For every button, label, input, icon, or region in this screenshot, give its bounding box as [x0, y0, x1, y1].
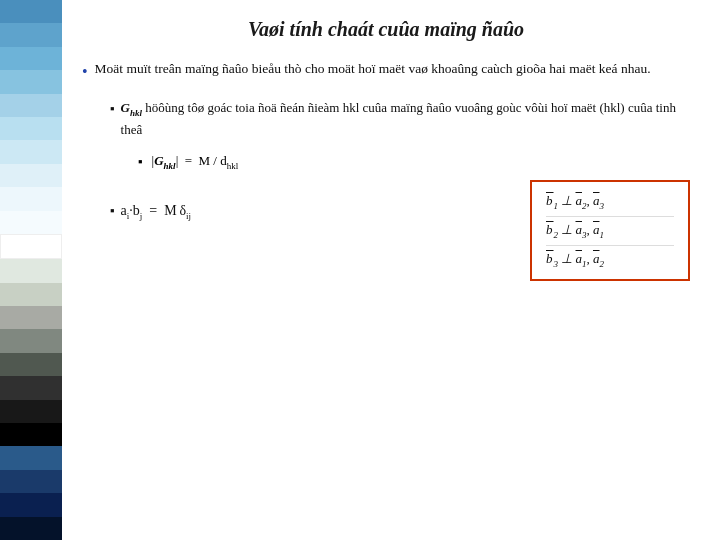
- swatch-5: [0, 94, 62, 117]
- formula-ghkl: ▪ |Ghkl| = M / dhkl: [138, 153, 690, 171]
- sub-bullet-3: ▪ ai·bj = M δij: [110, 200, 500, 223]
- bottom-section: ▪ ai·bj = M δij b1 ⊥ a2, a3 b2 ⊥: [110, 190, 690, 281]
- swatch-12: [0, 259, 62, 282]
- section-ghkl: ▪ Ghkl höôùng tôø goác toia ñoä ñeán ñie…: [110, 98, 690, 141]
- swatch-14: [0, 306, 62, 329]
- vector-row-2: b2 ⊥ a3, a1: [546, 217, 674, 246]
- formula-ghkl-text: |Ghkl| = M / dhkl: [152, 153, 239, 171]
- section-ghkl-formula: ▪ |Ghkl| = M / dhkl: [110, 153, 690, 171]
- ghkl-desc: höôùng tôø goác toia ñoä ñeán ñieàm hkl …: [121, 100, 676, 137]
- swatch-10: [0, 211, 62, 234]
- swatch-11: [0, 234, 62, 259]
- swatch-1: [0, 0, 62, 23]
- vector-row-1-text: b1 ⊥ a2, a3: [546, 193, 604, 211]
- bullet-dot: •: [82, 60, 88, 84]
- sub-bullet-1: ▪ Ghkl höôùng tôø goác toia ñoä ñeán ñie…: [110, 98, 690, 141]
- swatch-15: [0, 329, 62, 352]
- vector-row-2-text: b2 ⊥ a3, a1: [546, 222, 604, 240]
- page-title: Vaøi tính chaát cuûa maïng ñaûo: [82, 18, 690, 41]
- ghkl-text: Ghkl höôùng tôø goác toia ñoä ñeán ñieàm…: [121, 98, 690, 141]
- main-bullet-text: Moät muït treân maïng ñaûo bieåu thò cho…: [95, 59, 651, 79]
- main-content: Vaøi tính chaát cuûa maïng ñaûo • Moät m…: [62, 0, 720, 540]
- sq-icon-2: ▪: [138, 154, 143, 170]
- swatch-6: [0, 117, 62, 140]
- swatch-16: [0, 353, 62, 376]
- formula-aibj-text: ai·bj = M δij: [121, 200, 192, 223]
- swatch-7: [0, 140, 62, 163]
- swatch-21: [0, 470, 62, 493]
- swatch-4: [0, 70, 62, 93]
- swatch-13: [0, 283, 62, 306]
- swatch-23: [0, 517, 62, 540]
- vector-row-3: b3 ⊥ a1, a2: [546, 246, 674, 274]
- swatch-9: [0, 187, 62, 210]
- swatch-22: [0, 493, 62, 516]
- sub-bullet-3-container: ▪ ai·bj = M δij: [110, 200, 500, 229]
- swatch-18: [0, 400, 62, 423]
- sq-icon-1: ▪: [110, 99, 115, 120]
- swatch-19: [0, 423, 62, 446]
- swatch-8: [0, 164, 62, 187]
- swatch-2: [0, 23, 62, 46]
- swatch-17: [0, 376, 62, 399]
- sq-icon-3: ▪: [110, 201, 115, 222]
- vector-row-1: b1 ⊥ a2, a3: [546, 188, 674, 217]
- vector-row-3-text: b3 ⊥ a1, a2: [546, 251, 604, 269]
- color-sidebar: [0, 0, 62, 540]
- main-bullet: • Moät muït treân maïng ñaûo bieåu thò c…: [82, 59, 690, 84]
- swatch-3: [0, 47, 62, 70]
- vector-relations-box: b1 ⊥ a2, a3 b2 ⊥ a3, a1 b3 ⊥ a1,: [530, 180, 690, 281]
- swatch-20: [0, 446, 62, 469]
